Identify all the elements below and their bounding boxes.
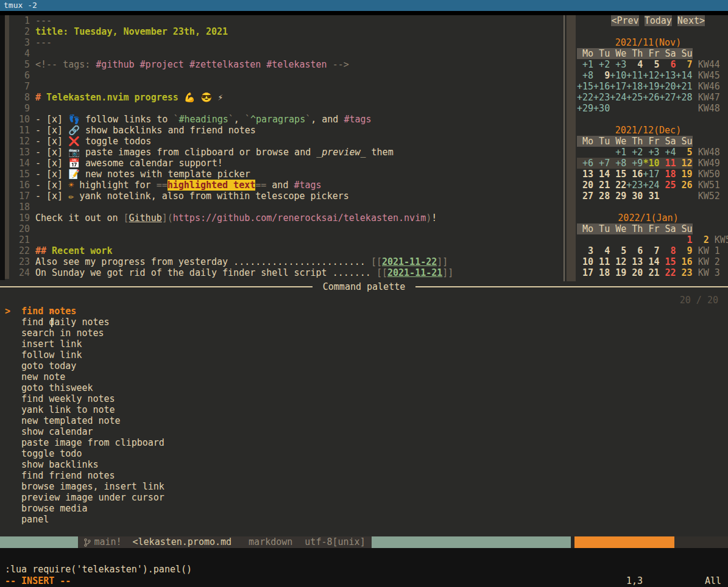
palette-item[interactable]: preview image under cursor [0, 492, 728, 503]
palette-item[interactable]: toggle todo [0, 448, 728, 459]
palette-item[interactable]: yank link to note [0, 404, 728, 415]
calendar-day-cell[interactable]: 1 [676, 234, 693, 245]
calendar-day-cell[interactable]: +1 [610, 147, 626, 158]
calendar-day-cell[interactable]: 12 [676, 158, 693, 169]
calendar-day-cell[interactable]: +2 [593, 59, 610, 70]
calendar-day-cell[interactable]: +11 [626, 70, 643, 81]
calendar-day-cell[interactable]: 6 [659, 59, 676, 70]
calendar-day-cell[interactable]: +4 [659, 147, 676, 158]
tag-tags[interactable]: #tags [344, 114, 371, 125]
buffer-line[interactable]: 18 [9, 202, 560, 213]
wikilink-2021-11-21[interactable]: 2021-11-21 [387, 267, 442, 278]
calendar-day-cell[interactable]: 22 [610, 180, 626, 191]
buffer-line[interactable]: 24On Sunday we got rid of the daily find… [9, 267, 560, 278]
calendar-day-cell[interactable]: 9 [676, 245, 693, 256]
calendar-day-cell[interactable]: +10 [610, 70, 626, 81]
tag-telekasten[interactable]: #telekasten [266, 59, 327, 70]
calendar-day-cell[interactable]: +16 [593, 81, 610, 92]
calendar-day-cell[interactable]: 21 [643, 267, 659, 278]
buffer-line[interactable]: 4 [9, 48, 560, 59]
palette-item[interactable]: browse images, insert link [0, 481, 728, 492]
calendar-day-cell[interactable]: +17 [610, 81, 626, 92]
calendar-day-cell[interactable]: +23 [626, 180, 643, 191]
left-scrollbar[interactable] [5, 15, 9, 279]
calendar-day-cell[interactable]: +9 [626, 158, 643, 169]
buffer-line[interactable]: 22## Recent work [9, 245, 560, 256]
calendar-day-cell[interactable]: 7 [643, 245, 659, 256]
palette-item[interactable]: > find notes [0, 306, 728, 317]
calendar-day-cell[interactable]: +8 [610, 158, 626, 169]
palette-item[interactable]: new templated note [0, 415, 728, 426]
calendar-day-cell[interactable]: 16 [626, 169, 643, 180]
calendar-day-cell[interactable]: 19 [676, 169, 693, 180]
palette-item[interactable]: insert link [0, 339, 728, 350]
calendar-day-cell[interactable]: +8 [577, 70, 593, 81]
calendar-day-cell[interactable]: 11 [659, 158, 676, 169]
calendar-day-cell[interactable]: 15 [610, 169, 626, 180]
buffer-line[interactable]: 20 [9, 223, 560, 234]
calendar-day-cell[interactable]: +3 [610, 59, 626, 70]
calendar-day-cell[interactable]: 7 [676, 59, 693, 70]
buffer-line[interactable]: 10- [x] 👣 follow links to `#headings`, `… [9, 114, 560, 125]
calendar-day-cell[interactable]: 22 [659, 267, 676, 278]
tag-project[interactable]: #project [140, 59, 184, 70]
buffer-line[interactable]: 9 [9, 103, 560, 114]
calendar-day-cell[interactable]: +23 [593, 92, 610, 103]
buffer-line[interactable]: 15- [x] 📝 new notes with template picker [9, 169, 560, 180]
buffer-line[interactable]: 12- [x] ❌ toggle todos [9, 136, 560, 147]
calendar-day-cell[interactable]: 13 [577, 169, 593, 180]
calendar-day-cell[interactable]: +19 [643, 81, 659, 92]
calendar-day-cell[interactable]: +7 [593, 158, 610, 169]
calendar-day-cell[interactable]: 5 [643, 59, 659, 70]
buffer-line[interactable]: 8# Telekasten.nvim progress 💪 😎 ⚡ [9, 92, 560, 103]
calendar-day-cell[interactable]: +28 [676, 92, 693, 103]
today-button[interactable]: Today [645, 15, 672, 26]
calendar-day-cell[interactable]: +21 [676, 81, 693, 92]
calendar-day-cell[interactable]: 19 [610, 267, 626, 278]
palette-item[interactable]: paste image from clipboard [0, 437, 728, 448]
palette-item[interactable]: search in notes [0, 328, 728, 339]
buffer-line[interactable]: 2title: Tuesday, November 23th, 2021 [9, 26, 560, 37]
palette-item[interactable]: find weekly notes [0, 393, 728, 404]
calendar-day-cell[interactable]: 18 [659, 169, 676, 180]
calendar-day-cell[interactable]: 14 [643, 256, 659, 267]
palette-item[interactable]: new note [0, 371, 728, 382]
buffer-line[interactable]: 19Check it out on [Github](https://githu… [9, 213, 560, 223]
calendar-day-cell[interactable]: 10 [577, 256, 593, 267]
calendar-day-cell[interactable]: +24 [610, 92, 626, 103]
calendar-day-cell[interactable]: +30 [593, 103, 610, 114]
tag-tags[interactable]: #tags [294, 180, 321, 191]
calendar-day-cell[interactable]: 20 [577, 180, 593, 191]
calendar-day-cell[interactable]: 14 [593, 169, 610, 180]
calendar-day-cell[interactable]: +27 [659, 92, 676, 103]
calendar-day-cell[interactable]: 23 [676, 267, 693, 278]
palette-item[interactable]: browse media [0, 503, 728, 514]
today-cell[interactable]: *10 [643, 158, 659, 169]
markdown-buffer[interactable]: 1---2title: Tuesday, November 23th, 2021… [9, 15, 560, 279]
calendar-day-cell[interactable]: 11 [593, 256, 610, 267]
calendar-day-cell[interactable]: 18 [593, 267, 610, 278]
buffer-line[interactable]: 7 [9, 81, 560, 92]
calendar-day-cell[interactable]: 2 [693, 234, 709, 245]
buffer-line[interactable]: 1--- [9, 15, 560, 26]
calendar-day-cell[interactable]: 30 [626, 191, 643, 202]
buffer-line[interactable]: 23Also see my progress from yesterday ..… [9, 256, 560, 267]
calendar-day-cell[interactable]: 21 [593, 180, 610, 191]
calendar-day-cell[interactable]: 3 [577, 245, 593, 256]
palette-item[interactable]: find daily notes [0, 317, 728, 328]
calendar-day-cell[interactable]: +6 [577, 158, 593, 169]
calendar-day-cell[interactable]: 26 [676, 180, 693, 191]
calendar-day-cell[interactable]: 29 [610, 191, 626, 202]
window-separator[interactable] [564, 15, 565, 281]
calendar-day-cell[interactable]: +18 [626, 81, 643, 92]
calendar-day-cell[interactable]: 13 [626, 256, 643, 267]
calendar-day-cell[interactable]: +25 [626, 92, 643, 103]
palette-item[interactable]: goto today [0, 360, 728, 371]
calendar-day-cell[interactable]: 15 [659, 256, 676, 267]
calendar-day-cell[interactable]: 17 [577, 267, 593, 278]
calendar-day-cell[interactable]: 9 [593, 70, 610, 81]
calendar-day-cell[interactable]: 5 [676, 147, 693, 158]
calendar-day-cell[interactable]: 4 [626, 59, 643, 70]
buffer-line[interactable]: 16- [x] ☀ highlight for ==highlighted te… [9, 180, 560, 191]
github-url[interactable]: https://github.com/renerocksai/telekaste… [173, 213, 426, 223]
